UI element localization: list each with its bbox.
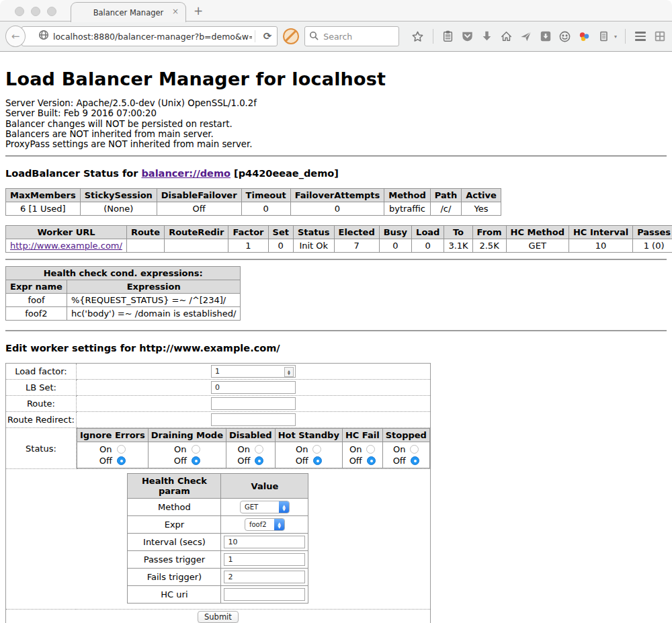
url-separator: [255, 30, 255, 42]
submit-button[interactable]: Submit: [198, 611, 239, 623]
cell-stickysession: (None): [80, 202, 157, 216]
chevron-down-icon[interactable]: ▾: [614, 34, 617, 40]
status-table: Ignore Errors Draining Mode Disabled Hot…: [77, 428, 430, 468]
route-label: Route:: [6, 396, 77, 412]
hc-fail-on-radio[interactable]: [366, 445, 375, 454]
hc-interval-value[interactable]: [226, 537, 302, 547]
cell-busy: 0: [379, 239, 411, 253]
hc-fails-label: Fails trigger): [128, 569, 221, 586]
column-header: RouteRedir: [165, 226, 228, 239]
column-header: To: [444, 226, 472, 239]
bookmarks-menu-icon[interactable]: [442, 30, 455, 43]
radio-on-label: On: [238, 444, 250, 455]
url-bar[interactable]: localhost:8880/balancer-manager?b=demo&w…: [22, 26, 278, 46]
reload-icon[interactable]: ⟳: [258, 30, 278, 42]
server-version-line: Server Version: Apache/2.5.0-dev (Unix) …: [5, 98, 667, 108]
ignore-errors-on-radio[interactable]: [117, 445, 126, 454]
number-spinner-icon[interactable]: ▲▼: [284, 367, 294, 377]
hot-standby-off-radio[interactable]: [313, 456, 322, 465]
cell-maxmembers: 6 [1 Used]: [6, 202, 81, 216]
hc-fails-input[interactable]: [224, 571, 305, 583]
status-label: Status:: [6, 428, 77, 469]
tab-close-icon[interactable]: ×: [172, 7, 179, 16]
draining-mode-off-radio[interactable]: [192, 456, 200, 465]
menu-hamburger-icon[interactable]: [634, 30, 647, 43]
cell-active: Yes: [462, 202, 501, 216]
new-tab-button[interactable]: +: [194, 4, 203, 17]
load-factor-input[interactable]: ▲▼: [211, 365, 296, 378]
minimize-window-button[interactable]: [31, 7, 40, 16]
close-window-button[interactable]: [15, 7, 24, 16]
search-input[interactable]: [322, 31, 388, 42]
radio-on-label: On: [349, 444, 362, 455]
expression-row: foof %{REQUEST_STATUS} =~ /^[234]/: [6, 294, 241, 307]
pocket-icon[interactable]: [461, 30, 474, 43]
download-panel-icon[interactable]: [539, 30, 552, 43]
cell-load: 0: [412, 239, 444, 253]
hc-uri-label: HC uri: [128, 586, 221, 604]
back-button[interactable]: ←: [5, 26, 26, 47]
hot-standby-on-radio[interactable]: [312, 445, 321, 454]
hc-interval-input[interactable]: [224, 536, 305, 548]
session-clipboard-icon[interactable]: [597, 30, 611, 43]
cell-failoverattempts: 0: [290, 202, 384, 216]
cell-timeout: 0: [241, 202, 290, 216]
zoom-window-button[interactable]: [47, 7, 56, 16]
tab-groups-icon[interactable]: [653, 30, 667, 43]
column-header: Status: [293, 226, 334, 239]
disabled-on-radio[interactable]: [255, 445, 263, 454]
tab-balancer-manager[interactable]: Balancer Manager ×: [71, 2, 186, 22]
home-icon[interactable]: [500, 30, 513, 43]
radio-on-label: On: [174, 444, 186, 455]
worker-url-link[interactable]: http://www.example.com/: [10, 241, 122, 251]
url-text[interactable]: localhost:8880/balancer-manager?b=demo&w…: [53, 32, 252, 42]
hc-fails-value[interactable]: [226, 572, 302, 582]
downloads-icon[interactable]: [480, 30, 494, 43]
feedback-smiley-icon[interactable]: [558, 30, 572, 43]
balancer-status-table: MaxMembers StickySession DisableFailover…: [5, 188, 501, 216]
lb-set-input[interactable]: [211, 381, 296, 394]
bookmark-star-icon[interactable]: [411, 30, 425, 43]
cell-from: 2.5K: [472, 239, 506, 253]
stopped-off-radio[interactable]: [411, 456, 419, 465]
hc-passes-input[interactable]: [224, 553, 305, 566]
content-blocker-icon[interactable]: [283, 28, 299, 44]
hc-method-select[interactable]: GET▲▼: [240, 501, 290, 513]
route-redirect-label: Route Redirect:: [6, 412, 77, 428]
site-identity-globe-icon[interactable]: [38, 30, 49, 43]
ignore-errors-off-radio[interactable]: [117, 456, 126, 465]
draining-mode-on-radio[interactable]: [192, 445, 200, 454]
balancer-demo-link[interactable]: balancer://demo: [141, 168, 230, 179]
loadbalancer-status-heading: LoadBalancer Status for balancer://demo …: [5, 168, 667, 179]
lb-set-value[interactable]: [214, 382, 293, 392]
expression-row: foof2 hc('body') =~ /domain is establish…: [6, 307, 241, 321]
hc-uri-input[interactable]: [224, 588, 305, 601]
navigation-toolbar: ← localhost:8880/balancer-manager?b=demo…: [0, 22, 672, 52]
cell-routeredir: [165, 239, 228, 253]
column-header: Path: [430, 189, 461, 202]
stopped-on-radio[interactable]: [410, 445, 419, 454]
radio-off-label: Off: [174, 455, 187, 466]
send-page-icon[interactable]: [519, 30, 533, 43]
disabled-off-radio[interactable]: [255, 456, 263, 465]
route-input[interactable]: [211, 397, 296, 410]
hc-passes-value[interactable]: [226, 554, 302, 565]
hc-method-value: GET: [241, 503, 279, 511]
hc-fail-off-radio[interactable]: [367, 456, 376, 465]
column-header: HC Method: [506, 226, 569, 239]
extension-colored-dots-icon[interactable]: [578, 30, 591, 43]
hc-expr-select[interactable]: foof2▲▼: [245, 518, 285, 531]
worker-table: Worker URL Route RouteRedir Factor Set S…: [5, 225, 672, 253]
status-column-header: Stopped: [382, 429, 429, 442]
search-bar[interactable]: [304, 26, 399, 46]
persist-note-line: Balancer changes will NOT be persisted o…: [5, 119, 667, 129]
column-header: Passes: [633, 226, 672, 239]
column-header: DisableFailover: [157, 189, 241, 202]
cell-passes: 1 (0): [633, 239, 672, 253]
hc-uri-value[interactable]: [226, 589, 302, 599]
route-value[interactable]: [214, 399, 293, 409]
route-redirect-value[interactable]: [214, 415, 293, 425]
column-header: Worker URL: [6, 226, 127, 239]
load-factor-value[interactable]: [214, 366, 293, 376]
route-redirect-input[interactable]: [211, 413, 296, 426]
